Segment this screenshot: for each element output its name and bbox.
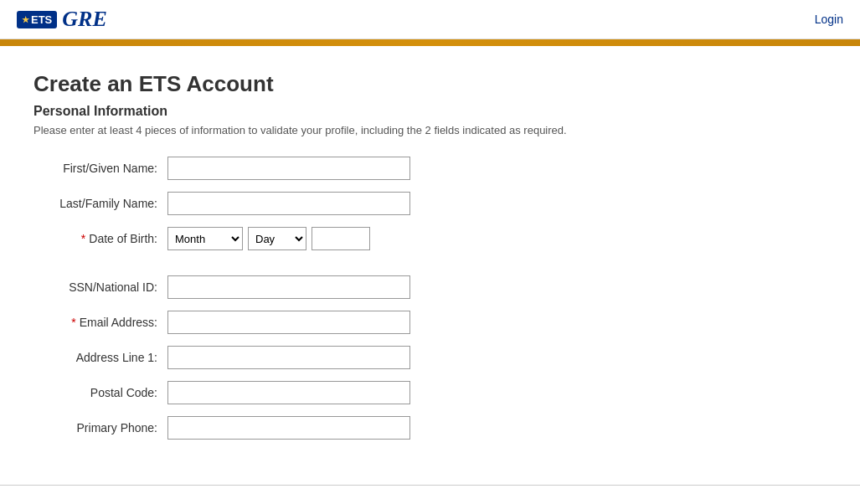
ets-logo: ★ ETS bbox=[17, 11, 57, 28]
page-title: Create an ETS Account bbox=[33, 71, 804, 97]
star-icon: ★ bbox=[22, 15, 29, 24]
dob-label: *Date of Birth: bbox=[33, 232, 167, 245]
ssn-input[interactable] bbox=[167, 275, 410, 299]
dob-row: *Date of Birth: MonthJanuaryFebruaryMarc… bbox=[33, 227, 804, 250]
last-name-input[interactable] bbox=[167, 192, 410, 215]
day-select[interactable]: Day1234567891011121314151617181920212223… bbox=[248, 227, 306, 250]
address-label: Address Line 1: bbox=[33, 351, 167, 364]
phone-label: Primary Phone: bbox=[33, 421, 167, 435]
email-row: *Email Address: bbox=[33, 311, 804, 334]
required-star-email: * bbox=[71, 316, 75, 329]
first-name-label: First/Given Name: bbox=[33, 162, 167, 175]
postal-row: Postal Code: bbox=[33, 381, 804, 404]
required-star-dob: * bbox=[81, 232, 85, 245]
main-content: Create an ETS Account Personal Informati… bbox=[0, 46, 837, 468]
phone-row: Primary Phone: bbox=[33, 416, 804, 440]
dob-controls: MonthJanuaryFebruaryMarchAprilMayJuneJul… bbox=[167, 227, 370, 250]
email-input[interactable] bbox=[167, 311, 410, 334]
phone-input[interactable] bbox=[167, 416, 410, 440]
section-divider bbox=[0, 485, 860, 486]
gre-logo: GRE bbox=[62, 7, 106, 32]
last-name-label: Last/Family Name: bbox=[33, 197, 167, 210]
footer-area: Verify bbox=[0, 499, 860, 504]
email-label: *Email Address: bbox=[33, 316, 167, 329]
address-row: Address Line 1: bbox=[33, 346, 804, 369]
logo-area: ★ ETS GRE bbox=[17, 7, 107, 32]
last-name-row: Last/Family Name: bbox=[33, 192, 804, 215]
postal-label: Postal Code: bbox=[33, 386, 167, 399]
postal-input[interactable] bbox=[167, 381, 410, 404]
ssn-label: SSN/National ID: bbox=[33, 280, 167, 294]
month-select[interactable]: MonthJanuaryFebruaryMarchAprilMayJuneJul… bbox=[167, 227, 243, 250]
first-name-input[interactable] bbox=[167, 157, 410, 180]
description-text: Please enter at least 4 pieces of inform… bbox=[33, 124, 804, 136]
section-title: Personal Information bbox=[33, 104, 804, 119]
address-input[interactable] bbox=[167, 346, 410, 369]
page-header: ★ ETS GRE Login bbox=[0, 0, 860, 39]
ssn-row: SSN/National ID: bbox=[33, 275, 804, 299]
login-link[interactable]: Login bbox=[815, 13, 843, 26]
accent-bar bbox=[0, 39, 860, 46]
year-input[interactable] bbox=[312, 227, 370, 250]
first-name-row: First/Given Name: bbox=[33, 157, 804, 180]
